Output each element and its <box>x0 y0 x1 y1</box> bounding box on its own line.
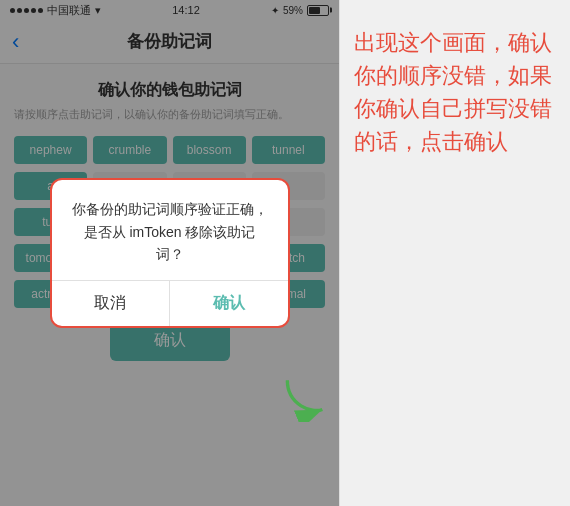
dialog-message: 你备份的助记词顺序验证正确，是否从 imToken 移除该助记词？ <box>72 198 268 265</box>
dialog-body: 你备份的助记词顺序验证正确，是否从 imToken 移除该助记词？ <box>52 180 288 279</box>
confirm-dialog: 你备份的助记词顺序验证正确，是否从 imToken 移除该助记词？ 取消 确认 <box>50 178 290 327</box>
phone-screen: 中国联通 ▾ 14:12 ✦ 59% ‹ 备份助记词 确认你的钱包助记词 请按顺… <box>0 0 340 506</box>
annotation-text: 出现这个画面，确认你的顺序没错，如果你确认自己拼写没错的话，点击确认 <box>354 26 556 158</box>
arrow-annotation <box>279 372 329 426</box>
green-arrow-icon <box>279 372 329 422</box>
annotation-area: 出现这个画面，确认你的顺序没错，如果你确认自己拼写没错的话，点击确认 <box>340 0 570 506</box>
dialog-confirm-button[interactable]: 确认 <box>170 281 288 326</box>
dialog-overlay: 你备份的助记词顺序验证正确，是否从 imToken 移除该助记词？ 取消 确认 <box>0 0 339 506</box>
dialog-cancel-button[interactable]: 取消 <box>52 281 171 326</box>
dialog-button-row: 取消 确认 <box>52 280 288 326</box>
